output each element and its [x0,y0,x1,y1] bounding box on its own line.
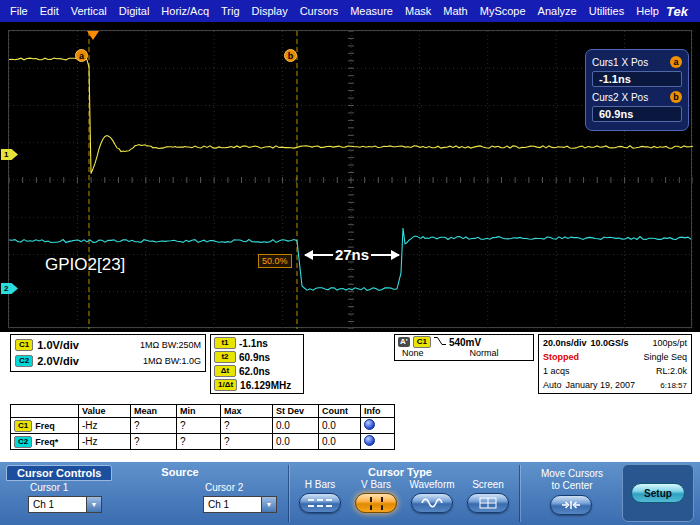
panel-title-tab[interactable]: Cursor Controls [6,465,112,481]
cursor-position-readout: Curs1 X Pos a -1.1ns Curs2 X Pos b 60.9n… [585,49,689,131]
vbars-icon [370,497,383,510]
inv-delta-t-readout: 1/Δt 16.129MHz [214,379,300,391]
menu-item-cursors[interactable]: Cursors [294,5,345,17]
curs1-x-pos-value: -1.1ns [592,71,682,87]
vbars-button[interactable] [355,493,397,513]
waveform-label: Waveform [409,479,454,490]
cursor-controls-panel: Cursor Controls Source Cursor 1 Ch 1 ▼ C… [0,462,700,525]
t2-readout: t2 60.9ns [214,351,300,363]
delta-time-value: 27ns [335,246,369,264]
menu-item-math[interactable]: Math [437,5,473,17]
screen-button[interactable] [467,493,509,513]
arrow-right-icon [371,254,399,256]
tek-logo: Tek [666,4,696,19]
trigger-a-badge: A' [398,337,410,347]
delta-t-badge: Δt [214,365,236,377]
menu-item-myscope[interactable]: MyScope [474,5,532,17]
menu-item-horiz-acq[interactable]: Horiz/Acq [155,5,215,17]
section-divider [519,465,520,522]
hbars-button[interactable] [299,493,341,513]
ch2-badge: C2 [14,436,32,448]
ch1-badge: C1 [15,339,33,351]
timebase-scale: 20.0ns/div [543,338,587,348]
cursor1-label: Cursor 1 [30,482,68,493]
waveform-display-area: 1 2 a b GPIO2[23] 50.0% 27ns Curs1 X Pos… [0,22,700,332]
section-divider [288,465,289,522]
date: January 19, 2007 [566,380,636,390]
trigger-source-badge: C1 [413,336,431,348]
ch2-badge: C2 [15,355,33,367]
waveform-icon [421,497,443,509]
menu-item-digital[interactable]: Digital [113,5,156,17]
cursor-type-buttons: H Bars V Bars Waveform Screen [292,479,516,513]
measurement-table: Value Mean Min Max St Dev Count Info C1F… [10,404,395,450]
menu-item-help[interactable]: Help [630,5,665,17]
chevron-down-icon[interactable]: ▼ [86,497,101,512]
ch1-scale: 1.0V/div [37,339,79,351]
signal-label: GPIO2[23] [45,255,125,275]
trigger-mode: Normal [470,348,499,358]
cursor-a-icon: a [670,56,682,68]
trigger-mode-auto: Auto [543,380,562,390]
setup-section: Setup [622,464,694,522]
screen-icon [479,497,497,509]
ch2-readout: C2 2.0V/div 1MΩ BW:1.0G [15,355,201,367]
trigger-level: 540mV [449,337,481,348]
measurement-row-ch1: C1Freq -Hz ? ? ? 0.0 0.0 [11,418,395,434]
record-length: RL:2.0k [656,366,687,376]
menu-item-trig[interactable]: Trig [215,5,246,17]
info-icon[interactable] [364,435,375,446]
cursor1-source-dropdown[interactable]: Ch 1 ▼ [28,496,102,513]
menu-item-file[interactable]: File [4,5,34,17]
chevron-down-icon[interactable]: ▼ [261,497,276,512]
graticule[interactable]: 1 2 a b GPIO2[23] 50.0% 27ns Curs1 X Pos… [8,30,692,328]
acquisition-status: Stopped [543,352,579,362]
ch1-readout: C1 1.0V/div 1MΩ BW:250M [15,339,201,351]
menu-item-display[interactable]: Display [246,5,294,17]
readout-strip: C1 1.0V/div 1MΩ BW:250M C2 2.0V/div 1MΩ … [0,332,700,462]
cursor2-source-value: Ch 1 [204,499,261,510]
move-cursors-to-center-button[interactable] [550,495,592,515]
resolution: 100ps/pt [652,338,687,348]
waveform-button[interactable] [411,493,453,513]
cursor-b-icon: b [670,91,682,103]
cursor-b-badge[interactable]: b [284,49,297,62]
hbars-label: H Bars [305,479,336,490]
sample-rate: 10.0GS/s [591,338,629,348]
cursor-time-readout-box: t1 -1.1ns t2 60.9ns Δt 62.0ns 1/Δt 16.12… [210,334,304,394]
acquisition-count: 1 acqs [543,366,570,376]
menu-item-measure[interactable]: Measure [344,5,399,17]
hbars-icon [308,499,332,507]
menu-item-vertical[interactable]: Vertical [65,5,113,17]
arrow-left-icon [305,254,333,256]
inv-delta-t-badge: 1/Δt [214,379,237,391]
timebase-readout-box: 20.0ns/div 10.0GS/s 100ps/pt Stopped Sin… [538,334,692,394]
table-header-row: Value Mean Min Max St Dev Count Info [11,405,395,418]
cursor1-source-value: Ch 1 [29,499,86,510]
trigger-holdoff: None [402,348,424,358]
time: 6:18:57 [660,381,687,390]
curs2-x-pos-value: 60.9ns [592,106,682,122]
oscilloscope-screen: File Edit Vertical Digital Horiz/Acq Tri… [0,0,700,525]
cursor-type-section-label: Cursor Type [330,466,470,478]
menu-item-analyze[interactable]: Analyze [532,5,583,17]
setup-button[interactable]: Setup [631,483,685,503]
curs1-x-pos-label: Curs1 X Pos [592,57,648,68]
ref-level-badge: 50.0% [258,254,292,268]
t1-badge: t1 [214,337,236,349]
delta-time-annotation: 27ns [305,246,399,264]
cursor2-source-dropdown[interactable]: Ch 1 ▼ [203,496,277,513]
info-icon[interactable] [364,419,375,430]
move-to-center-icon [561,500,581,510]
menu-item-utilities[interactable]: Utilities [583,5,630,17]
menu-item-mask[interactable]: Mask [399,5,437,17]
move-cursors-label: Move Cursors to Center [524,468,620,492]
acquisition-mode: Single Seq [643,352,687,362]
menu-item-edit[interactable]: Edit [34,5,65,17]
t2-badge: t2 [214,351,236,363]
cursor-a-badge[interactable]: a [75,49,88,62]
curs2-x-pos-label: Curs2 X Pos [592,92,648,103]
trigger-readout-box: A' C1 540mV None Normal [394,334,534,361]
screen-label: Screen [472,479,504,490]
menu-bar: File Edit Vertical Digital Horiz/Acq Tri… [0,0,700,22]
